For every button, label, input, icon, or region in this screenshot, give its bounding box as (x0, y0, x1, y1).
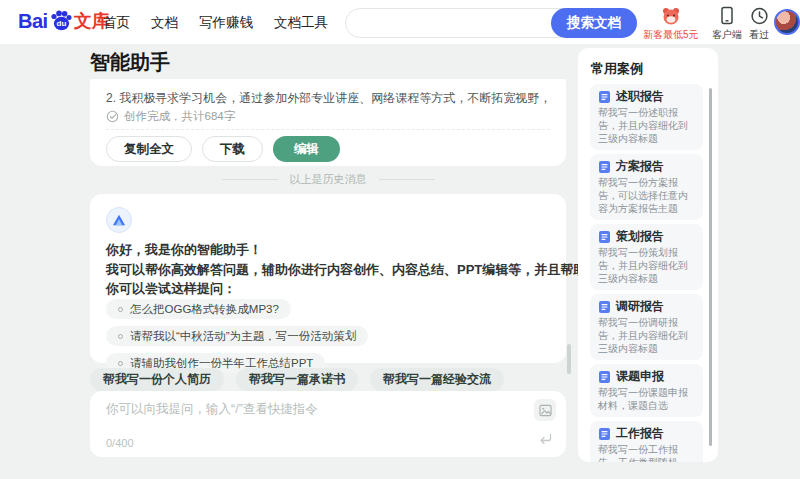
suggested-question-1-text: 怎么把OGG格式转换成MP3? (130, 302, 279, 317)
assistant-avatar (106, 207, 132, 233)
answer-actions: 复制全文 下载 编辑 (106, 136, 340, 162)
creation-status: 创作完成，共计684字 (106, 109, 235, 124)
suggested-question-2[interactable]: 请帮我以“中秋活动”为主题，写一份活动策划 (106, 326, 368, 346)
clock-icon (750, 6, 769, 26)
suggested-question-2-text: 请帮我以“中秋活动”为主题，写一份活动策划 (130, 329, 356, 344)
nav-item-docs[interactable]: 文档 (151, 14, 178, 32)
send-enter-icon[interactable] (538, 431, 552, 449)
document-icon (598, 90, 611, 104)
search-input[interactable] (360, 10, 550, 36)
case-title: 策划报告 (616, 229, 664, 244)
case-desc: 帮我写一份课题申报材料，课题自选 (598, 386, 695, 412)
svg-text:du: du (56, 19, 66, 28)
assistant-greeting-card: 你好，我是你的智能助手！ 我可以帮你高效解答问题，辅助你进行内容创作、内容总结、… (90, 194, 566, 363)
document-icon (598, 427, 611, 441)
case-item-work-report[interactable]: 工作报告 帮我写一份工作报告，工作类型随机 (590, 421, 703, 462)
case-desc: 帮我写一份工作报告，工作类型随机 (598, 443, 695, 462)
quick-chip-experience[interactable]: 帮我写一篇经验交流 (370, 368, 504, 391)
promo-entry[interactable]: 新客最低5元 (643, 6, 699, 42)
creation-status-text: 创作完成，共计684字 (124, 109, 235, 124)
bullet-icon (118, 307, 123, 312)
history-divider: 以上是历史消息 (90, 172, 566, 187)
greeting-message: 你好，我是你的智能助手！ 我可以帮你高效解答问题，辅助你进行内容创作、内容总结、… (106, 240, 552, 299)
viewed-label: 看过 (749, 28, 769, 42)
assistant-logo-icon (112, 213, 126, 227)
history-answer-card: 2. 我积极寻求学习机会，通过参加外部专业讲座、网络课程等方式，不断拓宽视野，提… (90, 79, 566, 166)
greeting-line-3: 你可以尝试这样提问： (106, 279, 552, 299)
case-desc: 帮我写一份方案报告，可以选择任意内容为方案报告主题 (598, 176, 695, 215)
case-item-plan-report[interactable]: 方案报告 帮我写一份方案报告，可以选择任意内容为方案报告主题 (590, 154, 703, 220)
bullet-icon (118, 361, 123, 366)
case-title: 调研报告 (616, 299, 664, 314)
user-avatar[interactable] (774, 9, 800, 35)
case-title: 课题申报 (616, 369, 664, 384)
edit-button[interactable]: 编辑 (273, 136, 340, 162)
baidu-wenku-logo[interactable]: Bai du 文库 (18, 9, 110, 33)
prompt-input-card: 0/400 (90, 391, 566, 457)
common-cases-title: 常用案例 (591, 60, 643, 78)
search-bar: 搜索文档 (345, 8, 637, 38)
greeting-line-2: 我可以帮你高效解答问题，辅助你进行内容创作、内容总结、PPT编辑等，并且帮助你激… (106, 260, 552, 280)
case-title: 方案报告 (616, 159, 664, 174)
common-cases-list: 述职报告 帮我写一份述职报告，并且内容细化到三级内容标题 方案报告 帮我写一份方… (590, 84, 703, 462)
nav-item-tools[interactable]: 文档工具 (274, 14, 328, 32)
document-icon (598, 230, 611, 244)
divider-line-right (379, 179, 435, 180)
logo-text-bai: Bai (18, 9, 48, 33)
document-icon (598, 370, 611, 384)
promo-label: 新客最低5元 (643, 28, 699, 42)
common-cases-panel: 常用案例 述职报告 帮我写一份述职报告，并且内容细化到三级内容标题 (578, 48, 718, 462)
attach-image-button[interactable] (534, 399, 556, 421)
nav-item-home[interactable]: 首页 (103, 14, 130, 32)
history-divider-text: 以上是历史消息 (290, 172, 367, 187)
dashed-divider (106, 129, 550, 130)
bullet-icon (118, 334, 123, 339)
sidebar-scrollbar-thumb[interactable] (709, 88, 712, 446)
char-counter: 0/400 (106, 437, 134, 449)
quick-chip-resume[interactable]: 帮我写一份个人简历 (90, 368, 224, 391)
main-nav: 首页 文档 写作赚钱 文档工具 更多 (103, 0, 376, 45)
prompt-input[interactable] (106, 401, 506, 433)
quick-prompt-chips: 帮我写一份个人简历 帮我写一篇承诺书 帮我写一篇经验交流 (90, 368, 504, 391)
nav-item-earn[interactable]: 写作赚钱 (199, 14, 253, 32)
case-desc: 帮我写一份策划报告，并且内容细化到三级内容标题 (598, 246, 695, 285)
image-icon (539, 404, 552, 417)
client-entry[interactable]: 客户端 (712, 6, 742, 42)
divider-line-left (222, 179, 278, 180)
quick-chip-commitment[interactable]: 帮我写一篇承诺书 (236, 368, 358, 391)
case-item-planning-report[interactable]: 策划报告 帮我写一份策划报告，并且内容细化到三级内容标题 (590, 224, 703, 290)
case-title: 述职报告 (616, 89, 664, 104)
suggested-question-1[interactable]: 怎么把OGG格式转换成MP3? (106, 299, 291, 319)
page-title: 智能助手 (90, 49, 170, 76)
client-label: 客户端 (712, 28, 742, 42)
promo-mascot-icon (660, 6, 682, 26)
chat-scrollbar-thumb[interactable] (567, 344, 571, 374)
case-title: 工作报告 (616, 426, 664, 441)
document-icon (598, 300, 611, 314)
document-icon (598, 160, 611, 174)
search-button[interactable]: 搜索文档 (551, 8, 637, 38)
case-desc: 帮我写一份述职报告，并且内容细化到三级内容标题 (598, 106, 695, 145)
case-item-topic-application[interactable]: 课题申报 帮我写一份课题申报材料，课题自选 (590, 364, 703, 417)
baidu-paw-icon: du (49, 9, 73, 33)
case-item-job-report[interactable]: 述职报告 帮我写一份述职报告，并且内容细化到三级内容标题 (590, 84, 703, 150)
phone-icon (719, 6, 735, 26)
baidu-wenku-assistant-page: Bai du 文库 首页 文档 写作赚钱 文档工具 更多 搜索文档 (0, 0, 800, 479)
greeting-line-1: 你好，我是你的智能助手！ (106, 240, 552, 260)
top-navigation-bar: Bai du 文库 首页 文档 写作赚钱 文档工具 更多 搜索文档 (0, 0, 800, 45)
check-circle-icon (106, 110, 119, 123)
case-item-research-report[interactable]: 调研报告 帮我写一份调研报告，并且内容细化到三级内容标题 (590, 294, 703, 360)
copy-all-button[interactable]: 复制全文 (106, 136, 192, 162)
history-answer-text: 2. 我积极寻求学习机会，通过参加外部专业讲座、网络课程等方式，不断拓宽视野，提… (106, 90, 550, 107)
download-button[interactable]: 下载 (202, 136, 263, 162)
case-desc: 帮我写一份调研报告，并且内容细化到三级内容标题 (598, 316, 695, 355)
viewed-entry[interactable]: 看过 (749, 6, 769, 42)
